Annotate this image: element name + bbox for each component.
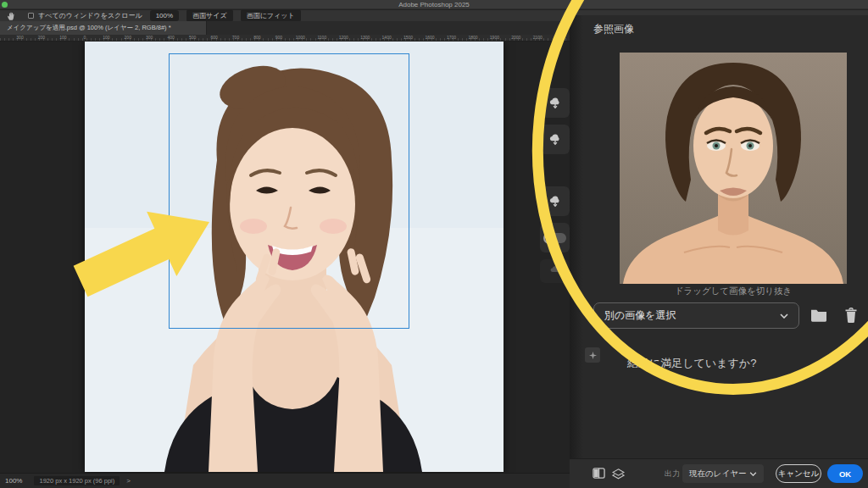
contextual-task-strip <box>540 88 570 290</box>
ruler-label: 1000 <box>296 35 305 40</box>
chevron-down-icon <box>780 313 788 319</box>
ruler-label: 2000 <box>511 35 520 40</box>
ruler-label: 300 <box>146 35 153 40</box>
hand-tool-icon[interactable] <box>6 11 16 21</box>
cloud-process-button-1[interactable] <box>540 88 570 118</box>
cloud-process-icon <box>548 194 563 209</box>
cloud-process-icon <box>548 96 563 111</box>
output-label: 出力 <box>665 469 680 480</box>
zoom-100-button[interactable]: 100% <box>150 10 179 21</box>
trash-icon <box>844 308 858 323</box>
ruler-label: 700 <box>232 35 239 40</box>
ruler-label: 300 <box>16 35 23 40</box>
cloud-process-button-2[interactable] <box>540 125 570 154</box>
selection-box[interactable] <box>169 53 409 329</box>
compare-button[interactable] <box>593 467 605 483</box>
layers-options-button[interactable] <box>612 468 625 483</box>
document-tab-bar: メイクアップを適用.psd @ 100% (レイヤー 2, RGB/8#) * <box>0 21 570 35</box>
chevron-down-icon <box>749 472 757 476</box>
panel-title: 参照画像 <box>593 22 634 36</box>
ruler-label: 1600 <box>425 35 434 40</box>
ruler-label: 900 <box>275 35 282 40</box>
reference-image-panel: 参照画像 <box>570 15 868 488</box>
sparkle-icon <box>589 352 597 359</box>
delete-reference-button[interactable] <box>843 306 860 324</box>
status-zoom-level[interactable]: 100% <box>5 477 22 485</box>
extra-task-button[interactable] <box>540 259 570 283</box>
cloud-process-icon <box>548 132 563 147</box>
cloud-process-button-3[interactable] <box>540 186 570 216</box>
document-tab-label: メイクアップを適用.psd @ 100% (レイヤー 2, RGB/8#) * <box>7 24 171 32</box>
ruler-label: 100 <box>103 35 109 40</box>
horizontal-ruler[interactable]: 3002001000100200300400500600700800900100… <box>0 35 570 42</box>
ruler-label: 1700 <box>447 35 456 40</box>
scroll-all-windows-label: すべてのウィンドウをスクロール <box>38 11 142 20</box>
open-folder-button[interactable] <box>809 307 829 324</box>
cancel-button[interactable]: キャンセル <box>776 464 821 483</box>
toggle-knob <box>543 232 555 244</box>
status-document-info[interactable]: 1920 px x 1920 px (96 ppi) <box>34 476 120 485</box>
image-select-dropdown-value: 別の画像を選択 <box>604 308 780 323</box>
image-select-dropdown[interactable]: 別の画像を選択 <box>593 302 799 329</box>
ruler-label: 2100 <box>533 35 542 40</box>
ruler-label: 1200 <box>339 35 348 40</box>
title-bar: Adobe Photoshop 2025 <box>0 0 868 9</box>
status-bar: 100% 1920 px x 1920 px (96 ppi) > <box>0 473 570 488</box>
reference-image[interactable] <box>620 53 847 284</box>
toggle-switch[interactable] <box>544 233 566 243</box>
ruler-label: 200 <box>38 35 45 40</box>
reference-portrait <box>620 53 847 284</box>
screen-size-button[interactable]: 画面サイズ <box>186 9 233 22</box>
ruler-label: 500 <box>189 35 196 40</box>
ruler-label: 1100 <box>317 35 326 40</box>
ruler-label: 100 <box>59 35 66 40</box>
ruler-label: 1800 <box>468 35 477 40</box>
ruler-label: 1300 <box>360 35 370 40</box>
layers-icon <box>612 469 625 480</box>
window-title: Adobe Photoshop 2025 <box>0 1 868 8</box>
feedback-prompt: 結果に満足していますか? <box>627 356 756 371</box>
panel-left-shadow <box>570 15 583 488</box>
cloud-process-icon <box>548 264 562 278</box>
output-dropdown-value: 現在のレイヤー <box>689 469 749 480</box>
ruler-label: 1400 <box>382 35 392 40</box>
ok-button[interactable]: OK <box>827 464 863 483</box>
ruler-label: 400 <box>167 35 174 40</box>
ruler-label: 1500 <box>403 35 413 40</box>
fit-screen-button[interactable]: 画面にフィット <box>241 9 301 22</box>
status-expander-icon[interactable]: > <box>126 477 131 485</box>
generative-tool-button[interactable] <box>585 347 600 363</box>
folder-icon <box>810 308 828 323</box>
ruler-label: 2200 <box>554 35 564 40</box>
compare-icon <box>593 467 605 480</box>
canvas-area <box>0 42 570 488</box>
ruler-label: 1900 <box>490 35 499 40</box>
document-tab[interactable]: メイクアップを適用.psd @ 100% (レイヤー 2, RGB/8#) * <box>0 21 207 35</box>
crop-hint: ドラッグして画像を切り抜き <box>620 286 847 297</box>
scroll-all-windows-checkbox[interactable] <box>28 13 34 19</box>
ruler-label: 0 <box>83 35 86 40</box>
ruler-label: 600 <box>210 35 217 40</box>
ruler-label: 200 <box>125 35 131 40</box>
preview-toggle-button[interactable] <box>540 223 570 252</box>
photoshop-window: Adobe Photoshop 2025 すべてのウィンドウをスクロール 100… <box>0 0 868 488</box>
ruler-label: 800 <box>253 35 260 40</box>
panel-footer: 出力 現在のレイヤー キャンセル OK <box>570 458 868 488</box>
output-dropdown[interactable]: 現在のレイヤー <box>682 464 764 483</box>
